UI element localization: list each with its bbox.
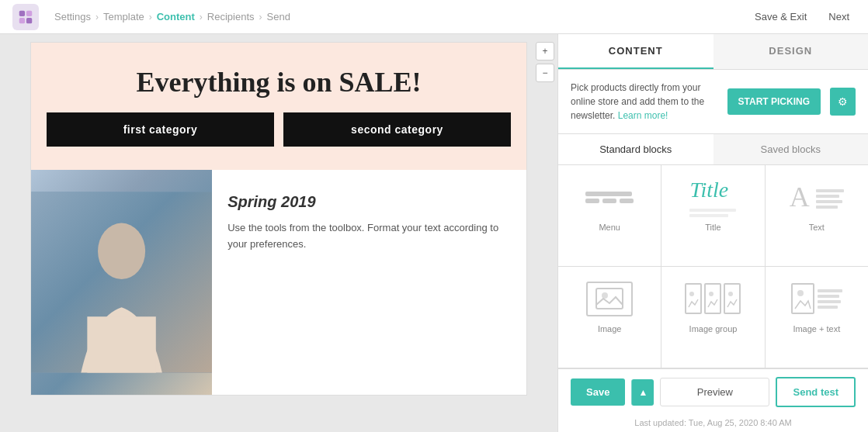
- text-block-label: Text: [809, 223, 825, 232]
- svg-point-13: [797, 290, 804, 296]
- tab-standard-blocks[interactable]: Standard blocks: [558, 134, 713, 164]
- image-block-label: Image: [598, 324, 622, 334]
- svg-rect-3: [26, 17, 32, 22]
- hero-title: Everything is on SALE!: [47, 66, 511, 98]
- svg-rect-2: [19, 17, 25, 22]
- zoom-out-button[interactable]: −: [536, 64, 554, 82]
- first-category-button[interactable]: first category: [47, 112, 274, 147]
- block-menu[interactable]: Menu: [558, 165, 661, 266]
- bottom-section: Save ▲ Preview Send test Last updated: T…: [558, 368, 868, 432]
- svg-point-11: [709, 292, 713, 296]
- svg-point-9: [602, 292, 608, 299]
- block-image[interactable]: Image: [558, 267, 661, 368]
- top-nav: Settings › Template › Content › Recipien…: [0, 0, 868, 34]
- scroll-controls: + −: [536, 42, 554, 82]
- start-picking-button[interactable]: START PICKING: [727, 88, 821, 115]
- last-updated: Last updated: Tue, Aug 25, 2020 8:40 AM: [558, 415, 868, 432]
- svg-point-10: [689, 292, 694, 296]
- last-updated-label: Last updated:: [634, 418, 686, 427]
- panel-tabs: CONTENT DESIGN: [558, 34, 868, 70]
- image-text-block-label: Image + text: [793, 324, 840, 334]
- svg-point-12: [728, 292, 733, 296]
- tab-content[interactable]: CONTENT: [558, 34, 713, 69]
- nav-right-actions: Save & Exit Next: [748, 8, 856, 26]
- bottom-bar: Save ▲ Preview Send test: [558, 368, 868, 415]
- main-content: + − Everything is on SALE! first categor…: [0, 34, 868, 432]
- chevron-icon: ›: [200, 12, 203, 22]
- title-block-icon: Title: [682, 178, 744, 216]
- nav-step-send[interactable]: Send: [267, 11, 290, 22]
- second-category-button[interactable]: second category: [283, 112, 511, 147]
- tab-saved-blocks[interactable]: Saved blocks: [713, 134, 869, 164]
- preview-button[interactable]: Preview: [660, 378, 769, 406]
- nav-step-recipients[interactable]: Recipients: [207, 11, 255, 22]
- zoom-in-button[interactable]: +: [536, 42, 554, 60]
- tab-design[interactable]: DESIGN: [713, 34, 869, 69]
- nav-step-content[interactable]: Content: [157, 11, 195, 22]
- content-heading: Spring 2019: [227, 193, 511, 211]
- content-text-block: Spring 2019 Use the tools from the toolb…: [212, 170, 526, 395]
- content-body: Use the tools from the toolbox. Format y…: [227, 220, 511, 253]
- hero-buttons: first category second category: [47, 112, 511, 147]
- image-block-icon: [578, 279, 641, 318]
- save-button[interactable]: Save: [571, 378, 625, 406]
- svg-rect-8: [596, 289, 623, 309]
- save-dropdown-button[interactable]: ▲: [631, 379, 654, 406]
- svg-rect-0: [19, 10, 25, 16]
- breadcrumb: Settings › Template › Content › Recipien…: [54, 11, 748, 22]
- title-block-label: Title: [705, 223, 720, 232]
- block-text[interactable]: A Text: [766, 165, 868, 266]
- nav-step-template[interactable]: Template: [103, 11, 144, 22]
- blocks-grid: Menu Title Title: [558, 165, 868, 368]
- pick-products-banner: Pick products directly from your online …: [558, 70, 868, 134]
- text-block-icon: A: [786, 178, 848, 216]
- image-group-block-icon: [682, 279, 744, 318]
- save-exit-button[interactable]: Save & Exit: [748, 8, 813, 26]
- right-panel: CONTENT DESIGN Pick products directly fr…: [557, 34, 868, 432]
- blocks-tabs: Standard blocks Saved blocks: [558, 134, 868, 165]
- logo[interactable]: [12, 4, 39, 30]
- gear-button[interactable]: ⚙: [830, 88, 856, 116]
- chevron-icon: ›: [149, 12, 152, 22]
- pick-products-text: Pick products directly from your online …: [571, 81, 718, 123]
- chevron-icon: ›: [95, 12, 99, 22]
- block-title[interactable]: Title Title: [661, 165, 764, 266]
- svg-rect-7: [87, 316, 155, 372]
- hero-section[interactable]: Everything is on SALE! first category se…: [31, 43, 526, 170]
- content-section: Spring 2019 Use the tools from the toolb…: [31, 170, 526, 395]
- block-image-text[interactable]: Image + text: [766, 267, 868, 368]
- chevron-icon: ›: [259, 12, 262, 22]
- canvas-area: + − Everything is on SALE! first categor…: [0, 34, 557, 432]
- learn-more-link[interactable]: Learn more!: [618, 110, 668, 121]
- menu-block-icon: [578, 178, 641, 216]
- menu-block-label: Menu: [599, 223, 620, 232]
- send-test-button[interactable]: Send test: [776, 377, 856, 407]
- next-button[interactable]: Next: [822, 8, 856, 26]
- image-text-block-icon: [786, 279, 848, 318]
- image-group-block-label: Image group: [689, 324, 738, 334]
- content-image[interactable]: [31, 170, 212, 395]
- email-canvas: Everything is on SALE! first category se…: [30, 42, 527, 396]
- nav-step-settings[interactable]: Settings: [54, 11, 91, 22]
- svg-rect-1: [26, 10, 32, 16]
- last-updated-date: Tue, Aug 25, 2020 8:40 AM: [689, 418, 792, 427]
- svg-point-6: [98, 223, 145, 279]
- block-image-group[interactable]: Image group: [661, 267, 764, 368]
